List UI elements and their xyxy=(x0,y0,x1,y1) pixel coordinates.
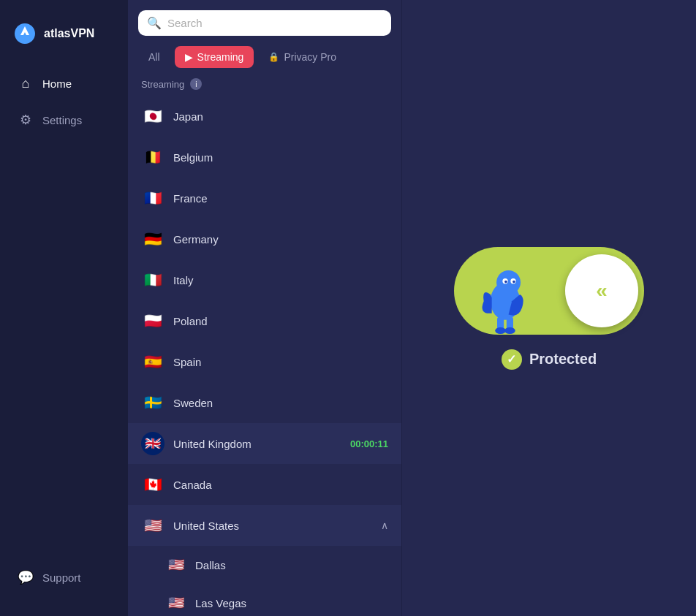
logo-text: atlasVPN xyxy=(44,27,94,40)
location-list: 🇯🇵 Japan 🇧🇪 Belgium 🇫🇷 France 🇩🇪 Germany xyxy=(128,96,401,616)
flag-italy: 🇮🇹 xyxy=(141,268,164,292)
flag-belgium: 🇧🇪 xyxy=(141,145,164,169)
vpn-toggle[interactable]: « xyxy=(454,247,644,335)
flag-japan: 🇯🇵 xyxy=(141,104,164,128)
flag-dallas: 🇺🇸 xyxy=(166,555,186,575)
search-input[interactable] xyxy=(167,17,382,29)
flag-uk: 🇬🇧 xyxy=(141,432,164,455)
lock-icon: 🔒 xyxy=(268,52,279,62)
flag-us: 🇺🇸 xyxy=(141,514,164,537)
toggle-arrows-icon: « xyxy=(596,279,608,303)
tab-privacy-pro-label: Privacy Pro xyxy=(284,51,336,63)
right-panel: « ✓ Protected xyxy=(402,0,696,616)
sidebar-support: 💬 Support xyxy=(0,560,128,601)
vpn-character xyxy=(469,254,542,335)
info-icon[interactable]: i xyxy=(190,78,202,90)
svg-point-4 xyxy=(504,280,507,283)
section-header: Streaming i xyxy=(128,75,401,96)
sidebar-item-support[interactable]: 💬 Support xyxy=(7,560,121,594)
sidebar-nav: ⌂ Home ⚙ Settings xyxy=(0,67,128,560)
location-name-japan: Japan xyxy=(173,110,388,123)
location-item-germany[interactable]: 🇩🇪 Germany xyxy=(128,218,401,259)
location-name-dallas: Dallas xyxy=(195,559,388,571)
location-item-japan[interactable]: 🇯🇵 Japan xyxy=(128,96,401,137)
svg-point-5 xyxy=(512,280,515,283)
flag-france: 🇫🇷 xyxy=(141,186,164,210)
location-item-canada[interactable]: 🇨🇦 Canada xyxy=(128,464,401,505)
location-name-belgium: Belgium xyxy=(173,151,388,164)
location-item-italy[interactable]: 🇮🇹 Italy xyxy=(128,259,401,300)
flag-germany: 🇩🇪 xyxy=(141,227,164,251)
location-item-uk[interactable]: 🇬🇧 United Kingdom 00:00:11 xyxy=(128,423,401,464)
search-container: 🔍 xyxy=(128,0,401,43)
svg-point-1 xyxy=(496,270,521,294)
flag-poland: 🇵🇱 xyxy=(141,309,164,332)
location-name-spain: Spain xyxy=(173,356,388,368)
flag-sweden: 🇸🇪 xyxy=(141,391,164,414)
tab-all-label: All xyxy=(148,51,160,63)
location-item-us[interactable]: 🇺🇸 United States ∧ xyxy=(128,505,401,546)
svg-point-8 xyxy=(495,327,506,333)
location-name-poland: Poland xyxy=(173,315,388,327)
sidebar-item-settings[interactable]: ⚙ Settings xyxy=(7,103,121,137)
flag-canada: 🇨🇦 xyxy=(141,473,164,496)
location-item-dallas[interactable]: 🇺🇸 Dallas xyxy=(128,546,401,584)
location-item-poland[interactable]: 🇵🇱 Poland xyxy=(128,300,401,341)
tabs-container: All ▶ Streaming 🔒 Privacy Pro xyxy=(128,43,401,75)
location-name-canada: Canada xyxy=(173,479,388,491)
sidebar-item-home[interactable]: ⌂ Home xyxy=(7,67,121,100)
protected-label-text: Protected xyxy=(529,351,597,368)
protected-status: ✓ Protected xyxy=(502,349,597,370)
logo: atlasVPN xyxy=(0,15,128,67)
location-name-sweden: Sweden xyxy=(173,397,388,409)
main-area: 🔍 All ▶ Streaming 🔒 Privacy Pro Streamin… xyxy=(128,0,696,616)
sidebar-item-support-label: Support xyxy=(42,571,81,584)
sidebar-item-settings-label: Settings xyxy=(42,114,82,126)
sidebar: atlasVPN ⌂ Home ⚙ Settings 💬 Support xyxy=(0,0,128,616)
section-title: Streaming xyxy=(141,79,184,90)
atlas-logo-icon xyxy=(13,22,37,45)
chevron-up-icon: ∧ xyxy=(381,520,388,531)
location-item-france[interactable]: 🇫🇷 France xyxy=(128,178,401,218)
settings-icon: ⚙ xyxy=(18,112,34,128)
location-name-germany: Germany xyxy=(173,233,388,246)
tab-streaming-label: Streaming xyxy=(197,51,244,63)
streaming-play-icon: ▶ xyxy=(185,51,193,63)
support-icon: 💬 xyxy=(18,569,34,585)
svg-point-9 xyxy=(504,327,515,333)
location-panel: 🔍 All ▶ Streaming 🔒 Privacy Pro Streamin… xyxy=(128,0,402,616)
tab-privacy-pro[interactable]: 🔒 Privacy Pro xyxy=(258,46,347,68)
location-item-sweden[interactable]: 🇸🇪 Sweden xyxy=(128,382,401,423)
search-box[interactable]: 🔍 xyxy=(138,10,391,36)
home-icon: ⌂ xyxy=(18,76,34,91)
location-name-las-vegas: Las Vegas xyxy=(195,597,388,609)
vpn-toggle-container: « ✓ Protected xyxy=(454,247,644,370)
location-item-las-vegas[interactable]: 🇺🇸 Las Vegas xyxy=(128,584,401,616)
flag-las-vegas: 🇺🇸 xyxy=(166,593,186,613)
connection-timer-uk: 00:00:11 xyxy=(350,438,388,449)
tab-streaming[interactable]: ▶ Streaming xyxy=(175,46,254,68)
location-item-spain[interactable]: 🇪🇸 Spain xyxy=(128,341,401,382)
location-name-uk: United Kingdom xyxy=(173,438,341,450)
location-name-us: United States xyxy=(173,520,372,532)
sidebar-item-home-label: Home xyxy=(42,77,72,90)
search-icon: 🔍 xyxy=(147,16,162,30)
location-item-belgium[interactable]: 🇧🇪 Belgium xyxy=(128,137,401,178)
protected-check-icon: ✓ xyxy=(502,349,522,370)
flag-spain: 🇪🇸 xyxy=(141,350,164,373)
toggle-circle[interactable]: « xyxy=(565,254,638,327)
location-name-france: France xyxy=(173,192,388,205)
tab-all[interactable]: All xyxy=(138,46,170,68)
location-name-italy: Italy xyxy=(173,274,388,286)
